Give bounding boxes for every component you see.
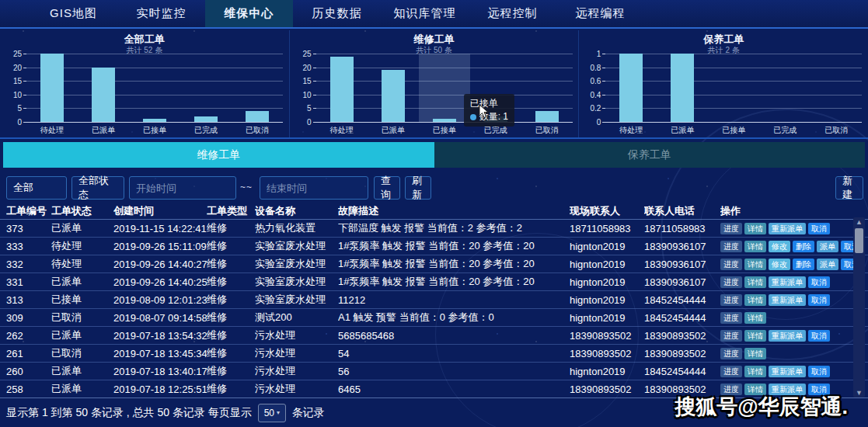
cancel-button[interactable]: 取消: [808, 384, 830, 395]
cell-created-time: 2019-08-09 12:01:23: [113, 294, 207, 306]
cell-order-id: 258: [6, 384, 51, 395]
cancel-button[interactable]: 取消: [808, 294, 830, 306]
cell-contact-phone: 18711058983: [644, 223, 720, 234]
progress-button[interactable]: 进度: [720, 223, 742, 234]
cell-actions: 进度详情重新派单取消: [720, 366, 868, 377]
scrollbar-thumb[interactable]: [855, 228, 863, 253]
y-tick-mark: [313, 122, 316, 123]
delete-button[interactable]: 删除: [793, 259, 814, 270]
progress-button[interactable]: 进度: [720, 294, 742, 306]
nav-tab[interactable]: GIS地图: [30, 0, 117, 27]
tab-repair-orders[interactable]: 维修工单: [3, 142, 434, 168]
redispatch-button[interactable]: 重新派单: [769, 294, 806, 306]
detail-button[interactable]: 详情: [744, 223, 766, 234]
table-row: 333待处理2019-09-26 15:11:09维修实验室废水处理1#泵频率 …: [0, 238, 868, 255]
detail-button[interactable]: 详情: [744, 330, 766, 342]
cell-actions: 进度详情: [720, 312, 868, 324]
chart-bar[interactable]: [143, 119, 166, 122]
cell-order-status: 已取消: [51, 311, 113, 325]
nav-tab[interactable]: 维保中心: [205, 0, 293, 27]
progress-button[interactable]: 进度: [720, 312, 742, 324]
cancel-button[interactable]: 取消: [808, 223, 830, 234]
progress-button[interactable]: 进度: [720, 330, 742, 342]
chart-bar[interactable]: [330, 57, 354, 122]
cell-order-id: 309: [6, 312, 51, 324]
y-tick-label: 5: [2, 104, 22, 113]
scroll-up-icon[interactable]: ▲: [853, 217, 865, 227]
detail-button[interactable]: 详情: [744, 241, 766, 252]
delete-button[interactable]: 删除: [793, 241, 814, 252]
detail-button[interactable]: 详情: [744, 259, 766, 270]
nav-tab[interactable]: 历史数据: [293, 0, 381, 27]
detail-button[interactable]: 详情: [744, 294, 766, 306]
cell-created-time: 2019-09-26 15:11:09: [113, 241, 207, 252]
cell-order-id: 331: [6, 276, 51, 288]
progress-button[interactable]: 进度: [720, 366, 742, 377]
chart-bar[interactable]: [433, 119, 456, 122]
detail-button[interactable]: 详情: [744, 276, 766, 288]
cell-order-type: 维修: [207, 382, 255, 396]
chart-bar[interactable]: [40, 54, 64, 122]
dispatch-button[interactable]: 派单: [817, 241, 838, 252]
redispatch-button[interactable]: 重新派单: [769, 384, 806, 395]
y-tick-mark: [313, 54, 316, 54]
x-tick-label: 已接单: [129, 125, 180, 136]
status-select[interactable]: 全部状态: [71, 176, 124, 200]
cell-site-contact: 18390893502: [570, 384, 644, 395]
cell-order-status: 已派单: [51, 221, 113, 235]
cancel-button[interactable]: 取消: [808, 330, 830, 342]
progress-button[interactable]: 进度: [720, 348, 742, 359]
cancel-button[interactable]: 取消: [808, 366, 830, 377]
nav-tab[interactable]: 远程控制: [469, 0, 556, 27]
redispatch-button[interactable]: 重新派单: [769, 276, 806, 288]
detail-button[interactable]: 详情: [744, 312, 766, 324]
progress-button[interactable]: 进度: [720, 241, 742, 252]
chart-bar[interactable]: [382, 70, 405, 122]
nav-tab[interactable]: 实时监控: [117, 0, 205, 27]
end-date-input[interactable]: [260, 176, 368, 200]
workorder-tabs: 维修工单 保养工单: [3, 142, 865, 168]
detail-button[interactable]: 详情: [744, 348, 766, 359]
cell-actions: 进度详情重新派单取消: [720, 330, 868, 342]
nav-tab[interactable]: 远程编程: [556, 0, 644, 27]
progress-button[interactable]: 进度: [720, 384, 742, 395]
chart-bar[interactable]: [246, 111, 269, 122]
cell-fault-desc: 1#泵频率 触发 报警 当前值：20 参考值：20: [338, 239, 570, 253]
chart-bar[interactable]: [92, 68, 115, 122]
progress-button[interactable]: 进度: [720, 276, 742, 288]
search-button[interactable]: 查询: [374, 176, 400, 200]
chart-bar[interactable]: [194, 116, 218, 122]
redispatch-button[interactable]: 重新派单: [769, 223, 806, 234]
gridline: [26, 122, 283, 123]
start-date-input[interactable]: [129, 176, 236, 200]
type-select[interactable]: 全部: [6, 176, 67, 200]
progress-button[interactable]: 进度: [720, 259, 742, 270]
table-row: 373已派单2019-11-15 14:22:41维修热力氧化装置下部温度 触发…: [0, 220, 868, 238]
create-button[interactable]: 新建: [835, 176, 863, 200]
table-row: 258已派单2019-07-18 12:25:51维修污水处理646518390…: [0, 380, 868, 398]
detail-button[interactable]: 详情: [744, 384, 766, 395]
dispatch-button[interactable]: 派单: [817, 259, 838, 270]
cell-device-name: 污水处理: [255, 382, 338, 396]
cell-fault-desc: 1#泵频率 触发 报警 当前值：20 参考值：20: [338, 257, 570, 271]
cell-order-type: 维修: [207, 328, 255, 342]
y-tick-mark: [602, 68, 605, 68]
detail-button[interactable]: 详情: [744, 366, 766, 377]
cancel-button[interactable]: 取消: [808, 276, 830, 288]
page-size-select[interactable]: 50 ▾: [258, 404, 286, 422]
scroll-down-icon[interactable]: ▼: [853, 388, 865, 397]
nav-tab[interactable]: 知识库管理: [381, 0, 469, 27]
table-scrollbar[interactable]: ▲ ▼: [853, 217, 865, 397]
chart-bar[interactable]: [535, 111, 559, 122]
redispatch-button[interactable]: 重新派单: [769, 330, 806, 342]
cell-device-name: 污水处理: [255, 346, 338, 360]
y-tick-label: 20: [291, 64, 312, 72]
chart-bar[interactable]: [671, 54, 694, 122]
chart-bar[interactable]: [619, 54, 643, 122]
tab-maintenance-orders[interactable]: 保养工单: [434, 142, 866, 168]
redispatch-button[interactable]: 重新派单: [769, 366, 806, 377]
cell-order-id: 261: [6, 348, 51, 359]
edit-button[interactable]: 修改: [769, 259, 790, 270]
refresh-button[interactable]: 刷新: [405, 176, 431, 200]
edit-button[interactable]: 修改: [769, 241, 790, 252]
